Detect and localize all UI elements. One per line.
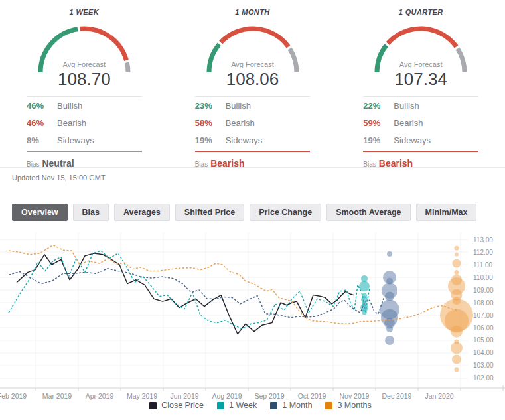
panel-title: 1 WEEK [0,8,169,16]
bearish-pct: 58% [195,118,226,128]
stat-row-sideways: 19% Sideways [195,131,311,149]
forecast-bubble-3-months [455,367,459,372]
gauge: Avg Forecast 108.70 [31,22,137,75]
avg-forecast-value: 108.70 [31,69,137,90]
tab-price-change[interactable]: Price Change [250,204,321,221]
legend-label: 1 Week [229,401,257,410]
stat-row-bearish: 59% Bearish [363,114,478,131]
x-axis-label: Jan 2020 [425,392,453,400]
forecast-panels: 1 WEEK Avg Forecast 108.70 46% Bullish 4… [0,0,505,169]
forecast-bubble-3-months [452,355,461,364]
bullish-label: Bullish [57,101,82,111]
forecast-bubble-3-months [455,246,459,251]
panel-1-quarter: 1 QUARTER Avg Forecast 107.34 22% Bullis… [336,0,505,169]
legend-item-close-price[interactable]: Close Price [149,401,204,410]
forecast-bubble-3-months [453,259,461,268]
forecast-bubble-1-month [385,292,394,301]
forecast-bubble-3-months [455,270,459,275]
sideways-pct: 19% [363,135,394,145]
sideways-label: Sideways [226,135,263,145]
y-axis-label: 110.00 [473,274,493,281]
x-axis-label: Oct 2019 [298,392,326,400]
panel-1-month: 1 MONTH Avg Forecast 108.06 23% Bullish … [169,0,337,169]
bearish-pct: 59% [363,118,394,128]
tab-averages[interactable]: Averages [114,204,170,221]
forecast-bubble-1-month [387,251,392,257]
stat-row-bearish: 58% Bearish [195,114,311,131]
y-axis-label: 112.00 [473,249,493,256]
chart-tabs: Overview Bias Averages Shifted Price Pri… [12,204,476,221]
legend-swatch-close-price [149,402,157,409]
sideways-label: Sideways [57,135,94,145]
forecast-bubble-3-months [455,253,459,257]
y-axis-label: 103.00 [473,362,494,369]
x-axis-label: Dec 2019 [382,392,412,400]
tab-shifted-price[interactable]: Shifted Price [175,204,244,221]
bias-divider [363,151,478,152]
bullish-label: Bullish [394,101,419,111]
legend-swatch-1-month [270,402,277,409]
forecast-bubble-1-month [385,336,394,345]
avg-forecast-label: Avg Forecast [31,60,137,68]
panel-title: 1 MONTH [169,8,337,16]
y-axis-label: 106.00 [473,324,494,332]
sideways-pct: 8% [27,135,57,145]
avg-forecast-value: 107.34 [368,69,474,90]
stat-row-bullish: 22% Bullish [363,97,478,114]
stat-row-sideways: 19% Sideways [363,131,478,149]
legend-swatch-1-week [217,402,224,409]
legend-label: Close Price [161,401,204,410]
bearish-label: Bearish [394,118,423,128]
stat-row-bearish: 46% Bearish [27,114,142,131]
x-axis-label: Apr 2019 [86,392,114,400]
x-axis-label: May 2019 [127,392,157,400]
bullish-pct: 46% [27,101,57,111]
panel-title: 1 QUARTER [336,8,505,16]
y-axis-label: 113.00 [473,236,493,244]
updated-timestamp: Updated Nov 15, 15:00 GMT [12,174,106,182]
forecast-bubble-3-months [451,342,463,354]
bullish-label: Bullish [226,101,251,111]
legend-item-1-week[interactable]: 1 Week [217,401,257,410]
y-axis-label: 111.00 [473,261,493,269]
legend-item-3-months[interactable]: 3 Months [325,401,371,410]
x-axis-label: Aug 2019 [212,392,242,400]
forecast-bubble-3-months [451,326,463,338]
bias-divider [27,151,142,152]
forecast-bubble-1-month [386,326,393,332]
stat-row-bullish: 23% Bullish [195,97,311,114]
bearish-label: Bearish [57,118,86,128]
sideways-pct: 19% [195,135,226,145]
y-axis-label: 105.00 [473,336,494,344]
x-axis-label: Nov 2019 [340,392,370,400]
series-line-close-price [17,253,354,334]
stat-row-sideways: 8% Sideways [27,131,142,149]
legend-label: 1 Month [282,401,312,410]
bearish-pct: 46% [27,118,57,128]
x-axis-label: Mar 2019 [42,392,72,400]
tab-minim-max[interactable]: Minim/Max [416,204,477,221]
forecast-poll-widget: 1 WEEK Avg Forecast 108.70 46% Bullish 4… [0,0,505,420]
avg-forecast-label: Avg Forecast [368,60,474,68]
tab-overview[interactable]: Overview [12,204,68,221]
x-axis-label: Feb 2019 [0,392,27,400]
tab-smooth-average[interactable]: Smooth Average [326,204,410,221]
bullish-pct: 22% [363,101,394,111]
gauge: Avg Forecast 108.06 [200,22,306,75]
x-axis-label: Jun 2019 [170,392,198,400]
forecast-bubble-1-week [362,309,367,315]
gauge: Avg Forecast 107.34 [368,22,474,75]
tab-bias[interactable]: Bias [73,204,109,221]
y-axis-label: 104.00 [473,349,494,356]
panel-1-week: 1 WEEK Avg Forecast 108.70 46% Bullish 4… [0,0,169,169]
gauge-segment [220,29,288,46]
section-divider [0,167,505,168]
gauge-segment [80,29,126,60]
avg-forecast-label: Avg Forecast [200,60,306,68]
legend-item-1-month[interactable]: 1 Month [270,401,312,410]
x-axis-label: Sep 2019 [255,392,285,400]
y-axis-label: 109.00 [473,287,494,294]
stat-row-bullish: 46% Bullish [27,97,142,114]
y-axis-label: 102.00 [473,374,494,382]
sideways-label: Sideways [394,135,431,145]
